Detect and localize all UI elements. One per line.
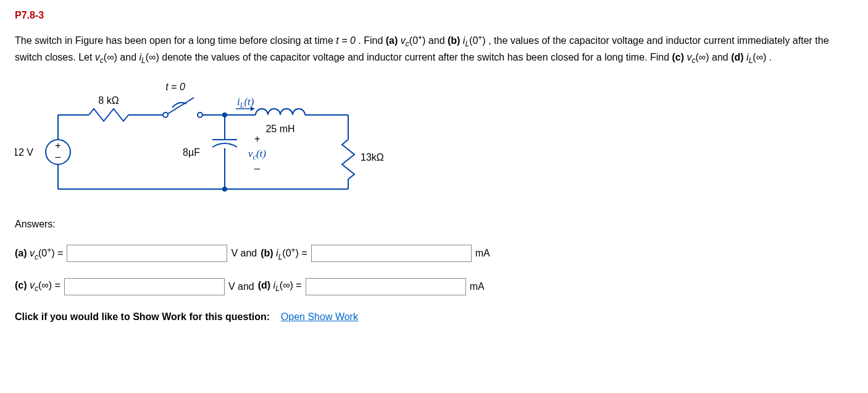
answer-row-ab: (a) vc(0+) = V and (b) iL(0+) = mA xyxy=(15,245,853,262)
vcinf2: vc(∞) xyxy=(687,52,712,62)
label-d: (d) xyxy=(731,52,743,62)
cap-plus: + xyxy=(254,133,260,144)
label-a: (a) vc(0+) = xyxy=(15,246,63,261)
show-work-row: Click if you would like to Show Work for… xyxy=(15,311,853,323)
problem-statement: The switch in Figure has been open for a… xyxy=(15,32,848,67)
t0-label: t = 0 xyxy=(165,82,185,92)
vsrc-label: 12 V xyxy=(15,147,33,158)
label-b: (b) iL(0+) = xyxy=(261,246,307,261)
text: . xyxy=(769,52,772,62)
unit-mA: mA xyxy=(475,248,490,259)
text: denote the values of the capacitor volta… xyxy=(162,52,672,62)
svg-point-15 xyxy=(223,113,227,117)
iL0plus: iL(0+) xyxy=(463,35,488,46)
cap-minus: – xyxy=(254,163,260,174)
vc-label: vc(t) xyxy=(248,148,266,161)
cap-label: 8µF xyxy=(183,147,200,158)
svg-text:–: – xyxy=(56,151,61,162)
unit-V: V and xyxy=(231,248,257,259)
unit-mA2: mA xyxy=(470,281,485,292)
r2-label: 13kΩ xyxy=(361,152,384,163)
vc0plus: vc(0+) xyxy=(401,35,428,46)
open-show-work-link[interactable]: Open Show Work xyxy=(281,311,358,322)
text: and xyxy=(428,35,448,46)
svg-point-4 xyxy=(163,112,168,117)
vcinf: vc(∞) xyxy=(95,52,120,62)
unit-V2: V and xyxy=(228,281,254,292)
label-c: (c) vc(∞) = xyxy=(15,280,61,293)
problem-number: P7.8-3 xyxy=(15,10,853,21)
eq-t0: t = 0 xyxy=(336,35,356,46)
svg-text:+: + xyxy=(55,140,61,151)
label-b: (b) xyxy=(448,35,460,46)
answers-header: Answers: xyxy=(15,219,853,230)
label-d: (d) iL(∞) = xyxy=(258,280,302,293)
input-vc0[interactable] xyxy=(67,245,227,262)
iL-label: iL(t) xyxy=(236,96,254,111)
input-vcinf[interactable] xyxy=(64,278,225,295)
text: and xyxy=(712,52,731,62)
svg-point-6 xyxy=(198,112,202,117)
label-a: (a) xyxy=(386,35,398,46)
iLinf: iL(∞) xyxy=(139,52,162,62)
r1-label: 8 kΩ xyxy=(98,95,119,106)
input-iL0[interactable] xyxy=(311,245,472,262)
text: and xyxy=(120,52,139,62)
svg-line-5 xyxy=(168,98,194,114)
inductor-label: 25 mH xyxy=(265,124,294,134)
input-iLinf[interactable] xyxy=(306,278,466,295)
text: The switch in Figure has been open for a… xyxy=(15,35,336,46)
circuit-figure: + – 12 V 8 kΩ t = 0 25 mH 8µF 13kΩ iL(t)… xyxy=(15,78,853,204)
show-work-label: Click if you would like to Show Work for… xyxy=(15,311,270,322)
answer-row-cd: (c) vc(∞) = V and (d) iL(∞) = mA xyxy=(15,278,853,295)
text: . Find xyxy=(358,35,385,46)
iLinf2: iL(∞) xyxy=(746,52,769,62)
svg-point-16 xyxy=(223,187,227,191)
label-c: (c) xyxy=(672,52,685,62)
